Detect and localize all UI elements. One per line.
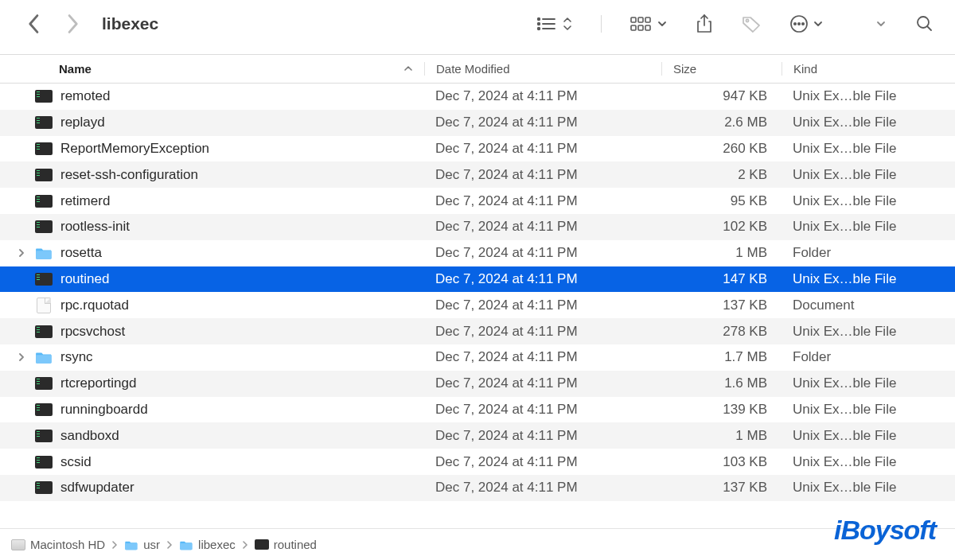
file-date: Dec 7, 2024 at 4:11 PM	[424, 375, 661, 391]
column-header-date[interactable]: Date Modified	[424, 62, 661, 76]
path-bar: Macintosh HDusrlibexecroutined	[0, 528, 955, 560]
chevron-down-icon[interactable]	[875, 19, 887, 29]
file-size: 1.6 MB	[661, 375, 782, 391]
file-name: sdfwupdater	[60, 480, 134, 496]
file-name: rosetta	[60, 245, 102, 261]
file-list: remotedDec 7, 2024 at 4:11 PM947 KBUnix …	[0, 84, 955, 501]
list-view-icon[interactable]	[536, 16, 558, 32]
exec-file-icon	[35, 220, 53, 233]
file-row[interactable]: replaydDec 7, 2024 at 4:11 PM2.6 MBUnix …	[0, 110, 955, 136]
exec-file-icon	[35, 90, 53, 103]
file-row[interactable]: rootless-initDec 7, 2024 at 4:11 PM102 K…	[0, 214, 955, 240]
column-header-row: Name Date Modified Size Kind	[0, 55, 955, 84]
file-date: Dec 7, 2024 at 4:11 PM	[424, 402, 661, 418]
chevron-down-icon[interactable]	[813, 19, 823, 29]
svg-point-15	[794, 23, 796, 25]
file-date: Dec 7, 2024 at 4:11 PM	[424, 245, 661, 261]
path-segment[interactable]: libexec	[179, 538, 236, 551]
chevron-right-icon	[242, 538, 248, 551]
column-header-name-label: Name	[59, 62, 92, 76]
chevron-down-icon[interactable]	[657, 19, 667, 29]
tag-icon[interactable]	[742, 15, 761, 33]
group-by-icon[interactable]	[630, 16, 653, 32]
file-row[interactable]: runningboarddDec 7, 2024 at 4:11 PM139 K…	[0, 397, 955, 423]
file-name: rpcsvchost	[60, 324, 125, 340]
file-kind: Unix Ex…ble File	[782, 219, 955, 235]
file-name: rootless-init	[60, 219, 130, 235]
file-name: runningboardd	[60, 402, 148, 418]
file-kind: Unix Ex…ble File	[782, 454, 955, 470]
file-name: routined	[60, 271, 109, 287]
file-date: Dec 7, 2024 at 4:11 PM	[424, 219, 661, 235]
path-segment[interactable]: usr	[124, 538, 160, 551]
disclosure-triangle-icon[interactable]	[18, 245, 25, 261]
path-label: usr	[143, 538, 160, 551]
file-name: rpc.rquotad	[60, 298, 129, 313]
svg-rect-11	[645, 25, 650, 30]
file-row[interactable]: ReportMemoryExceptionDec 7, 2024 at 4:11…	[0, 136, 955, 162]
file-size: 147 KB	[661, 271, 782, 287]
file-row[interactable]: retimerdDec 7, 2024 at 4:11 PM95 KBUnix …	[0, 188, 955, 214]
exec-file-icon	[35, 169, 53, 181]
hard-drive-icon	[11, 539, 25, 550]
disclosure-triangle-icon[interactable]	[18, 349, 25, 365]
file-date: Dec 7, 2024 at 4:11 PM	[424, 193, 661, 209]
file-row[interactable]: sdfwupdaterDec 7, 2024 at 4:11 PM137 KBU…	[0, 475, 955, 501]
file-date: Dec 7, 2024 at 4:11 PM	[424, 454, 661, 470]
file-kind: Unix Ex…ble File	[782, 480, 955, 496]
file-row[interactable]: rpc.rquotadDec 7, 2024 at 4:11 PM137 KBD…	[0, 292, 955, 318]
svg-point-2	[538, 23, 540, 25]
file-row[interactable]: scsidDec 7, 2024 at 4:11 PM103 KBUnix Ex…	[0, 449, 955, 475]
file-row[interactable]: sandboxdDec 7, 2024 at 4:11 PM1 MBUnix E…	[0, 422, 955, 449]
separator	[601, 15, 602, 33]
file-size: 278 KB	[661, 324, 782, 340]
file-row[interactable]: rtcreportingdDec 7, 2024 at 4:11 PM1.6 M…	[0, 371, 955, 397]
file-kind: Unix Ex…ble File	[782, 324, 955, 340]
svg-rect-7	[638, 18, 643, 22]
search-icon[interactable]	[915, 14, 934, 33]
column-header-size[interactable]: Size	[661, 62, 782, 76]
file-name: reset-ssh-configuration	[60, 167, 198, 183]
column-header-kind[interactable]: Kind	[782, 62, 955, 76]
file-date: Dec 7, 2024 at 4:11 PM	[424, 271, 661, 287]
exec-file-icon	[35, 456, 53, 469]
svg-rect-8	[645, 18, 650, 22]
file-row[interactable]: rosettaDec 7, 2024 at 4:11 PM1 MBFolder	[0, 240, 955, 266]
file-name: rsync	[60, 349, 93, 365]
file-row[interactable]: reset-ssh-configurationDec 7, 2024 at 4:…	[0, 161, 955, 188]
back-button[interactable]	[27, 14, 41, 34]
forward-button[interactable]	[65, 14, 80, 34]
file-row[interactable]: remotedDec 7, 2024 at 4:11 PM947 KBUnix …	[0, 84, 955, 110]
file-size: 260 KB	[661, 141, 782, 157]
file-name: retimerd	[60, 193, 110, 209]
path-segment[interactable]: routined	[255, 538, 317, 551]
file-kind: Document	[782, 298, 955, 313]
view-sort-toggle-icon[interactable]	[563, 16, 572, 32]
file-size: 137 KB	[661, 298, 782, 313]
exec-file-icon	[35, 273, 53, 286]
file-size: 947 KB	[661, 88, 782, 104]
file-row[interactable]: rpcsvchostDec 7, 2024 at 4:11 PM278 KBUn…	[0, 318, 955, 344]
file-kind: Unix Ex…ble File	[782, 375, 955, 391]
file-row[interactable]: routinedDec 7, 2024 at 4:11 PM147 KBUnix…	[0, 266, 955, 293]
share-icon[interactable]	[696, 14, 713, 33]
file-size: 102 KB	[661, 219, 782, 235]
path-segment[interactable]: Macintosh HD	[11, 538, 105, 551]
path-label: Macintosh HD	[30, 538, 105, 551]
file-date: Dec 7, 2024 at 4:11 PM	[424, 298, 661, 313]
file-size: 2.6 MB	[661, 115, 782, 130]
column-header-name[interactable]: Name	[0, 62, 424, 76]
folder-icon	[35, 247, 53, 259]
svg-point-17	[802, 23, 804, 25]
file-kind: Folder	[782, 349, 955, 365]
sort-ascending-icon	[403, 62, 413, 76]
exec-file-icon	[255, 539, 269, 550]
folder-icon	[124, 539, 138, 550]
file-row[interactable]: rsyncDec 7, 2024 at 4:11 PM1.7 MBFolder	[0, 344, 955, 371]
file-size: 139 KB	[661, 402, 782, 418]
more-actions-icon[interactable]	[789, 14, 809, 33]
file-date: Dec 7, 2024 at 4:11 PM	[424, 141, 661, 157]
file-size: 2 KB	[661, 167, 782, 183]
file-kind: Unix Ex…ble File	[782, 402, 955, 418]
file-date: Dec 7, 2024 at 4:11 PM	[424, 115, 661, 130]
